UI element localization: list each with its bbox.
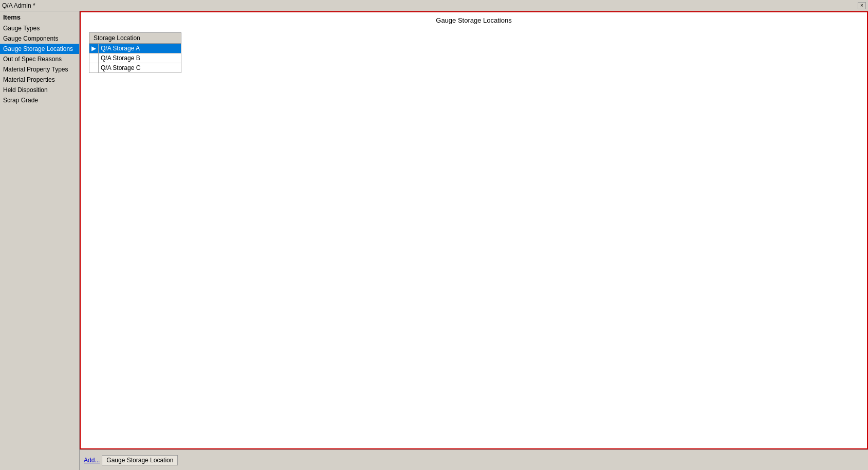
row-arrow-icon: [89, 63, 99, 73]
column-header: Storage Location: [89, 33, 181, 44]
table-row[interactable]: ▶Q/A Storage A: [89, 44, 181, 53]
sidebar-item-out-of-spec-reasons[interactable]: Out of Spec Reasons: [0, 54, 79, 64]
content-area: Gauge Storage Locations Storage Location…: [80, 11, 868, 470]
footer-item-label: Gauge Storage Location: [102, 455, 178, 465]
sidebar-item-held-disposition[interactable]: Held Disposition: [0, 85, 79, 95]
row-arrow-icon: ▶: [89, 44, 99, 53]
sidebar-header: Items: [0, 11, 79, 23]
storage-table: Storage Location ▶Q/A Storage AQ/A Stora…: [89, 32, 181, 73]
row-storage-name: Q/A Storage A: [99, 44, 181, 53]
title-bar: Q/A Admin * ×: [0, 0, 868, 11]
main-window: Q/A Admin * × Items Gauge TypesGauge Com…: [0, 0, 868, 470]
close-button[interactable]: ×: [858, 2, 866, 9]
window-title: Q/A Admin *: [2, 2, 35, 9]
main-content: Items Gauge TypesGauge ComponentsGauge S…: [0, 11, 868, 470]
footer-bar: Add... Gauge Storage Location: [80, 449, 868, 470]
sidebar-item-gauge-components[interactable]: Gauge Components: [0, 33, 79, 44]
table-row[interactable]: Q/A Storage C: [89, 63, 181, 73]
sidebar-item-gauge-storage-locations[interactable]: Gauge Storage Locations: [0, 44, 79, 54]
sidebar-item-gauge-types[interactable]: Gauge Types: [0, 23, 79, 33]
add-link[interactable]: Add...: [84, 457, 100, 464]
sidebar: Items Gauge TypesGauge ComponentsGauge S…: [0, 11, 80, 470]
row-arrow-icon: [89, 53, 99, 63]
content-panel: Gauge Storage Locations Storage Location…: [80, 11, 868, 449]
sidebar-items-list: Gauge TypesGauge ComponentsGauge Storage…: [0, 23, 79, 105]
sidebar-item-material-property-types[interactable]: Material Property Types: [0, 64, 79, 75]
sidebar-item-scrap-grade[interactable]: Scrap Grade: [0, 95, 79, 105]
sidebar-item-material-properties[interactable]: Material Properties: [0, 75, 79, 85]
row-storage-name: Q/A Storage C: [99, 63, 181, 73]
table-row[interactable]: Q/A Storage B: [89, 53, 181, 63]
table-area: Storage Location ▶Q/A Storage AQ/A Stora…: [81, 28, 867, 448]
row-storage-name: Q/A Storage B: [99, 53, 181, 63]
content-title: Gauge Storage Locations: [81, 12, 867, 28]
